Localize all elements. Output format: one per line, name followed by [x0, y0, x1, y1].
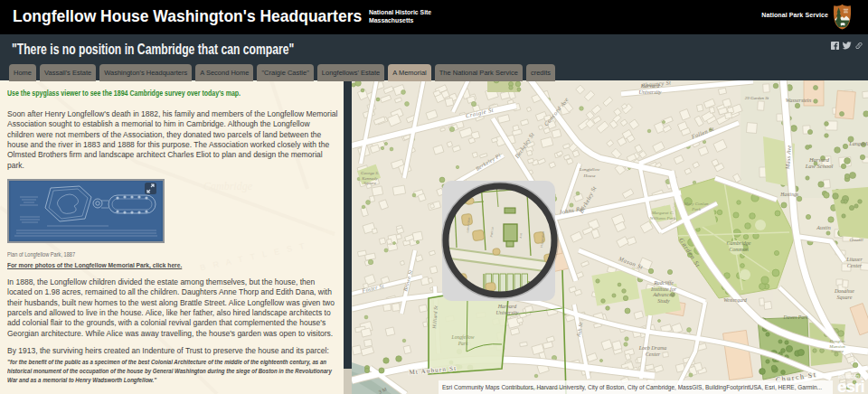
svg-text:House: House	[583, 174, 597, 178]
svg-text:POWERED BY: POWERED BY	[838, 375, 866, 380]
svg-text:Mary Conlan: Mary Conlan	[684, 202, 709, 206]
svg-text:Cambridge: Cambridge	[727, 240, 751, 246]
svg-text:Square: Square	[837, 295, 853, 300]
svg-text:Center: Center	[847, 263, 863, 268]
svg-text:George S.: George S.	[361, 171, 379, 175]
svg-text:Langdell: Langdell	[848, 141, 868, 146]
svg-text:Douglas: Douglas	[829, 339, 845, 343]
svg-text:Advanced: Advanced	[652, 292, 675, 297]
svg-text:Common: Common	[729, 247, 749, 252]
svg-text:Williams Park: Williams Park	[650, 216, 676, 220]
svg-text:Park: Park	[691, 207, 702, 211]
svg-text:Kennedy: Kennedy	[361, 176, 378, 181]
svg-text:Wasserstein: Wasserstein	[786, 98, 811, 103]
svg-text:Park: Park	[458, 341, 468, 346]
svg-text:Longfellow: Longfellow	[451, 334, 475, 340]
svg-text:Longfellow: Longfellow	[579, 167, 600, 172]
svg-text:University: University	[496, 310, 519, 315]
svg-text:Litauer: Litauer	[845, 257, 863, 262]
svg-text:Radcliffe: Radcliffe	[653, 280, 674, 286]
svg-text:Hastings: Hastings	[779, 192, 798, 197]
svg-text:Austin: Austin	[816, 225, 830, 230]
svg-text:Harvard: Harvard	[497, 304, 517, 309]
svg-text:29 Garden St: 29 Garden St	[745, 96, 769, 100]
svg-text:Harvard: Harvard	[640, 83, 660, 89]
svg-text:Esri Community Maps Contributo: Esri Community Maps Contributors, Harvar…	[442, 383, 822, 391]
svg-text:Square: Square	[831, 349, 844, 353]
svg-text:Square: Square	[363, 181, 377, 185]
svg-text:Greenll: Greenll	[849, 238, 863, 242]
svg-text:Margaret C.: Margaret C.	[651, 211, 675, 215]
svg-text:Institute for: Institute for	[650, 286, 677, 292]
svg-text:Westengard: Westengard	[723, 297, 747, 303]
svg-text:Harvard: Harvard	[808, 156, 830, 163]
svg-text:A st: A st	[519, 233, 524, 239]
svg-text:Law School: Law School	[805, 163, 834, 169]
svg-text:Donahue: Donahue	[834, 288, 854, 294]
svg-text:Center: Center	[646, 352, 661, 357]
svg-text:Mansion: Mansion	[828, 344, 845, 349]
svg-text:Loeb Drama: Loeb Drama	[638, 345, 667, 351]
svg-text:Dawes Park: Dawes Park	[782, 314, 808, 320]
svg-text:University: University	[639, 89, 662, 95]
svg-text:Study: Study	[657, 298, 670, 304]
